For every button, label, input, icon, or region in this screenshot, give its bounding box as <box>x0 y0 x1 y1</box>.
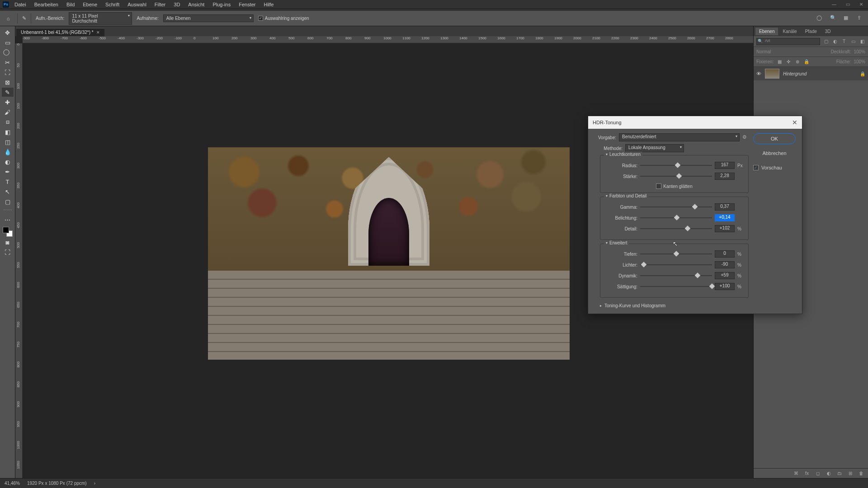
frame-tool[interactable]: ⊠ <box>2 78 14 87</box>
vibrance-input[interactable]: +59 <box>715 272 735 279</box>
lasso-tool[interactable]: ⃝ <box>2 48 14 57</box>
lock-pixels-icon[interactable]: ▦ <box>776 59 783 65</box>
lock-all-icon[interactable]: 🔒 <box>803 59 810 65</box>
artboard-tool[interactable]: ▭ <box>2 38 14 47</box>
layer-style-icon[interactable]: fx <box>804 470 810 477</box>
strength-slider[interactable] <box>640 176 712 177</box>
edit-toolbar[interactable]: ⋯ <box>2 215 14 224</box>
layer-row[interactable]: 👁 Hintergrund 🔒 <box>754 67 868 80</box>
tab-ebenen[interactable]: Ebenen <box>755 28 778 35</box>
opacity-value[interactable]: 100% <box>854 49 865 54</box>
ok-button[interactable]: OK <box>753 133 796 144</box>
path-select-tool[interactable]: ↖ <box>2 187 14 196</box>
filter-shape-icon[interactable]: ▭ <box>850 38 856 45</box>
window-minimize[interactable]: — <box>827 0 841 9</box>
sample-size-select[interactable]: 11 x 11 Pixel Durchschnitt <box>69 12 132 25</box>
document-info[interactable]: 1920 Px x 1080 Px (72 ppcm) <box>27 481 87 486</box>
move-tool[interactable]: ✥ <box>2 28 14 37</box>
eyedropper-tool-icon[interactable]: ✎ <box>22 15 26 21</box>
gamma-input[interactable]: 0,37 <box>715 203 735 211</box>
preset-select[interactable]: Benutzerdefiniert <box>619 133 740 141</box>
fill-value[interactable]: 100% <box>854 59 865 64</box>
layer-mask-icon[interactable]: ◻ <box>815 470 821 477</box>
window-close[interactable]: ✕ <box>854 0 868 9</box>
share-icon[interactable]: ⇪ <box>857 15 864 22</box>
filter-image-icon[interactable]: ▢ <box>823 38 829 45</box>
gradient-tool[interactable]: ◫ <box>2 137 14 146</box>
foreground-color[interactable] <box>3 227 9 233</box>
lock-icon[interactable]: 🔒 <box>860 71 865 76</box>
filter-smart-icon[interactable]: ◧ <box>859 38 865 45</box>
filter-type-icon[interactable]: T <box>841 38 847 45</box>
layer-thumbnail[interactable] <box>765 69 779 79</box>
lock-position-icon[interactable]: ✜ <box>785 59 792 65</box>
blend-mode-select[interactable]: Normal <box>756 49 771 54</box>
group-icon[interactable]: 🗀 <box>836 470 843 477</box>
adjustment-layer-icon[interactable]: ◐ <box>826 470 832 477</box>
menu-datei[interactable]: Datei <box>11 1 30 8</box>
menu-schrift[interactable]: Schrift <box>102 1 123 8</box>
crop-tool[interactable]: ⛶ <box>2 68 14 77</box>
dodge-tool[interactable]: ◐ <box>2 157 14 166</box>
search-icon[interactable]: 🔍 <box>830 15 837 22</box>
tab-pfade[interactable]: Pfade <box>802 28 821 35</box>
layer-filter-input[interactable]: Art <box>756 38 820 45</box>
show-sampling-ring-checkbox[interactable]: ✓ <box>258 16 263 21</box>
type-tool[interactable]: T <box>2 177 14 186</box>
eraser-tool[interactable]: ◧ <box>2 127 14 136</box>
visibility-icon[interactable]: 👁 <box>756 71 761 76</box>
dialog-close-icon[interactable]: ✕ <box>792 119 797 126</box>
menu-ansicht[interactable]: Ansicht <box>184 1 208 8</box>
dialog-title-bar[interactable]: HDR-Tonung ✕ <box>588 116 802 129</box>
method-select[interactable]: Lokale Anpassung <box>625 144 684 152</box>
menu-plugins[interactable]: Plug-ins <box>209 1 234 8</box>
highlight-slider[interactable] <box>640 264 712 265</box>
new-layer-icon[interactable]: ⊞ <box>847 470 854 477</box>
preview-checkbox[interactable]: ✓ <box>753 165 759 170</box>
shadow-slider[interactable] <box>640 253 712 254</box>
exposure-input[interactable]: +0,14 <box>715 214 735 221</box>
trash-icon[interactable]: 🗑 <box>858 470 864 477</box>
layer-name[interactable]: Hintergrund <box>783 71 807 76</box>
menu-ebene[interactable]: Ebene <box>79 1 101 8</box>
ruler-horizontal[interactable]: -900-800-700-600-500-400-300-200-1000100… <box>23 36 753 43</box>
document-tab[interactable]: Unbenannt-1 bei 41,5% (RGB/32*) * ✕ <box>16 28 104 36</box>
vibrance-slider[interactable] <box>640 275 712 276</box>
menu-fenster[interactable]: Fenster <box>235 1 259 8</box>
eyedropper-tool[interactable]: ✎ <box>2 88 14 97</box>
zoom-value[interactable]: 41,46% <box>5 481 20 486</box>
menu-3d[interactable]: 3D <box>170 1 184 8</box>
sample-layers-select[interactable]: Alle Ebenen <box>163 14 254 22</box>
menu-bild[interactable]: Bild <box>63 1 78 8</box>
close-tab-icon[interactable]: ✕ <box>96 30 100 35</box>
smooth-edges-checkbox[interactable]: ✓ <box>656 183 661 189</box>
gamma-slider[interactable] <box>640 206 712 207</box>
radius-input[interactable]: 167 <box>715 162 735 169</box>
quick-select-tool[interactable]: ✂ <box>2 58 14 67</box>
menu-hilfe[interactable]: Hilfe <box>260 1 277 8</box>
screenmode-tool[interactable]: ⛶ <box>2 248 14 257</box>
chevron-down-icon[interactable]: ▾ <box>606 241 608 245</box>
workspace-icon[interactable]: ▦ <box>844 15 851 22</box>
pen-tool[interactable]: ✒ <box>2 167 14 176</box>
shadow-input[interactable]: 0 <box>715 250 735 258</box>
tab-kanaele[interactable]: Kanäle <box>779 28 800 35</box>
healing-tool[interactable]: ✚ <box>2 98 14 107</box>
stamp-tool[interactable]: ⧈ <box>2 117 14 127</box>
blur-tool[interactable]: 💧 <box>2 147 14 156</box>
shape-tool[interactable]: ▢ <box>2 197 14 206</box>
detail-input[interactable]: +102 <box>715 225 735 232</box>
brush-tool[interactable]: 🖌 <box>2 108 14 117</box>
menu-auswahl[interactable]: Auswahl <box>124 1 150 8</box>
cloud-icon[interactable]: ◯ <box>816 15 824 22</box>
preset-gear-icon[interactable]: ⚙ <box>742 134 749 141</box>
chevron-down-icon[interactable]: ▾ <box>606 152 608 156</box>
home-icon[interactable]: ⌂ <box>4 14 13 23</box>
highlight-input[interactable]: -90 <box>715 261 735 268</box>
detail-slider[interactable] <box>640 228 712 229</box>
saturation-input[interactable]: +100 <box>715 283 735 290</box>
menu-filter[interactable]: Filter <box>151 1 169 8</box>
window-restore[interactable]: ▭ <box>841 0 854 9</box>
filter-adjust-icon[interactable]: ◐ <box>832 38 838 45</box>
link-layers-icon[interactable]: ⌘ <box>793 470 799 477</box>
